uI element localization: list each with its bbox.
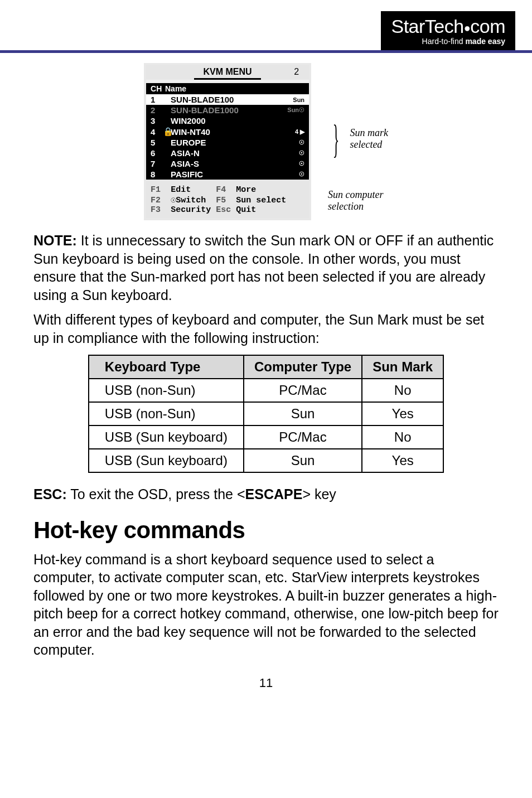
kvm-figure: KVM MENU 2 CH Name 1SUN-BLADE100Sun2SUN-…: [33, 63, 499, 220]
kvm-ch: 6: [151, 148, 163, 158]
kvm-row: 1SUN-BLADE100Sun: [146, 94, 309, 105]
escape-key-name: ESCAPE: [245, 486, 303, 502]
logo-tagline-prefix: Hard-to-find: [422, 37, 466, 46]
brace-icon: }: [333, 129, 340, 149]
kvm-title-row: KVM MENU 2: [146, 65, 309, 80]
kvm-header-ch: CH: [151, 84, 163, 93]
kvm-row: 5EUROPE☉: [146, 137, 309, 148]
cell-computer-type: Sun: [244, 402, 362, 425]
kvm-row: 6ASIA-N☉: [146, 148, 309, 158]
table-header-row: Keyboard Type Computer Type Sun Mark: [89, 355, 443, 379]
f5-key: F5: [216, 196, 226, 205]
kvm-ch: 7: [151, 159, 163, 168]
cell-keyboard-type: USB (non-Sun): [89, 379, 244, 402]
kvm-row: 7ASIA-S☉: [146, 158, 309, 169]
esc-text-mid: To exit the OSD, press the <: [67, 486, 245, 502]
annot1-line2: selected: [350, 139, 382, 150]
page-number: 11: [33, 676, 499, 690]
kvm-header-name: Name: [165, 84, 186, 93]
f3-label: Security: [171, 205, 211, 215]
kvm-mark: ☉: [278, 171, 304, 178]
logo-dot-icon: ●: [464, 22, 471, 34]
kvm-ch: 5: [151, 138, 163, 147]
kvm-mark: ☉: [278, 139, 304, 146]
cell-sun-mark: Yes: [362, 402, 443, 425]
logo-text: StarTech●com: [391, 17, 505, 36]
logo-part-com: com: [470, 16, 505, 37]
instruction-paragraph: With different types of keyboard and com…: [33, 311, 499, 347]
kvm-ch: 4: [151, 127, 163, 137]
cell-computer-type: PC/Mac: [244, 425, 362, 449]
kvm-mark: ☉: [278, 149, 304, 157]
table-row: USB (Sun keyboard)PC/MacNo: [89, 425, 443, 449]
kvm-name: ASIA-S: [171, 159, 278, 168]
kvm-name: WIN-NT40: [171, 127, 278, 137]
f2-label: ☉Switch: [171, 196, 206, 205]
f4-label: More: [236, 185, 256, 195]
th-computer-type: Computer Type: [244, 355, 362, 379]
table-row: USB (non-Sun)SunYes: [89, 402, 443, 425]
kvm-ch: 1: [151, 95, 163, 104]
kvm-ch: 3: [151, 116, 163, 125]
logo-part-star: Star: [391, 16, 424, 37]
kvm-list: 1SUN-BLADE100Sun2SUN-BLADE1000Sun☉3WIN20…: [146, 94, 309, 180]
kvm-mark: 4 ▶: [278, 128, 304, 136]
kvm-ch: 2: [151, 105, 163, 115]
annot2-line2: selection: [328, 201, 364, 212]
kvm-name: SUN-BLADE1000: [171, 105, 278, 115]
kvm-name: EUROPE: [171, 138, 278, 147]
cell-sun-mark: No: [362, 425, 443, 449]
annotation-sun-computer: Sun computer selection: [328, 189, 388, 212]
f1-label: Edit: [171, 185, 191, 195]
section-heading: Hot-key commands: [33, 517, 499, 544]
logo-part-tech: Tech: [425, 16, 464, 37]
kvm-name: WIN2000: [171, 116, 278, 125]
cell-keyboard-type: USB (non-Sun): [89, 402, 244, 425]
page-content: KVM MENU 2 CH Name 1SUN-BLADE100Sun2SUN-…: [0, 53, 532, 707]
f4-key: F4: [216, 185, 226, 195]
kvm-name: PASIFIC: [171, 170, 278, 179]
kvm-column-header: CH Name: [146, 83, 309, 94]
logo-tagline: Hard-to-find made easy: [391, 37, 505, 46]
kvm-page-number: 2: [294, 67, 299, 77]
annotation-sun-mark: } Sun mark selected: [328, 127, 388, 151]
table-row: USB (non-Sun)PC/MacNo: [89, 379, 443, 402]
f3-key: F3: [151, 205, 161, 215]
f1-key: F1: [151, 185, 161, 195]
kvm-row: 8PASIFIC☉: [146, 169, 309, 180]
f5-label: Sun select: [236, 196, 286, 205]
kvm-mark: Sun☉: [278, 107, 304, 114]
annot2-line1: Sun computer: [328, 189, 383, 200]
kvm-row: 2SUN-BLADE1000Sun☉: [146, 105, 309, 115]
note-text: It is unnecessary to switch the Sun mark…: [33, 233, 494, 303]
sunmark-table: Keyboard Type Computer Type Sun Mark USB…: [88, 355, 444, 473]
esc-text-end: > key: [302, 486, 336, 502]
cell-keyboard-type: USB (Sun keyboard): [89, 449, 244, 472]
note-label: NOTE:: [33, 233, 77, 248]
kvm-annotations: } Sun mark selected Sun computer selecti…: [311, 63, 388, 220]
logo: StarTech●com Hard-to-find made easy: [381, 11, 515, 50]
cell-sun-mark: No: [362, 379, 443, 402]
th-sun-mark: Sun Mark: [362, 355, 443, 379]
kvm-mark: Sun: [278, 96, 304, 103]
kvm-row: 4🔒WIN-NT404 ▶: [146, 126, 309, 137]
table-row: USB (Sun keyboard)SunYes: [89, 449, 443, 472]
kvm-title-underline: [194, 78, 261, 80]
logo-tagline-bold: made easy: [465, 37, 505, 46]
note-paragraph: NOTE: It is unnecessary to switch the Su…: [33, 231, 499, 304]
cell-computer-type: Sun: [244, 449, 362, 472]
cell-keyboard-type: USB (Sun keyboard): [89, 425, 244, 449]
kvm-row: 3WIN2000: [146, 115, 309, 126]
annot1-line1: Sun mark: [350, 127, 388, 138]
esc-label: Quit: [236, 205, 256, 215]
f2-key: F2: [151, 196, 161, 205]
hotkey-paragraph: Hot-key command is a short keyboard sequ…: [33, 550, 499, 659]
cell-sun-mark: Yes: [362, 449, 443, 472]
esc-key: Esc: [216, 205, 231, 215]
kvm-ch: 8: [151, 170, 163, 179]
kvm-menu-box: KVM MENU 2 CH Name 1SUN-BLADE100Sun2SUN-…: [144, 63, 311, 220]
kvm-name: ASIA-N: [171, 148, 278, 158]
kvm-title: KVM MENU: [204, 67, 252, 76]
esc-label: ESC:: [33, 486, 67, 502]
th-keyboard-type: Keyboard Type: [89, 355, 244, 379]
